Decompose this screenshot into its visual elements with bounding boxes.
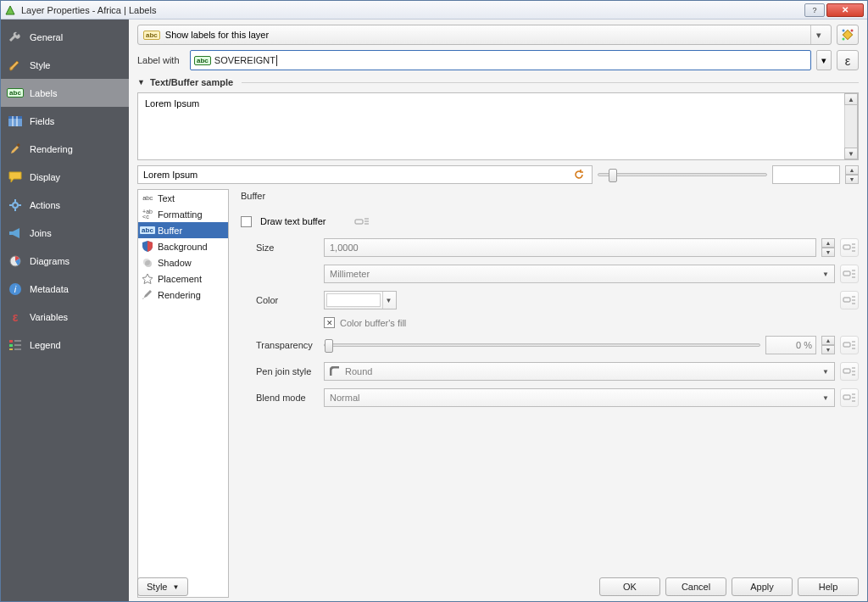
ok-button[interactable]: OK: [599, 577, 660, 596]
subnav-rendering[interactable]: Rendering: [138, 287, 228, 303]
show-labels-dropdown[interactable]: abc Show labels for this layer ▾: [137, 25, 832, 45]
abc-icon: abc: [8, 86, 23, 101]
scrollbar-thumb[interactable]: [844, 105, 858, 148]
size-spinner[interactable]: ▲▼: [821, 238, 835, 257]
buffer-title: Buffer: [241, 191, 859, 201]
size-label: Size: [241, 242, 319, 253]
subnav-background[interactable]: Background: [138, 238, 228, 254]
blend-label: Blend mode: [241, 393, 319, 403]
cancel-button[interactable]: Cancel: [665, 577, 726, 596]
subnav-buffer[interactable]: abcBuffer: [138, 222, 228, 238]
sample-input-value: Lorem Ipsum: [143, 170, 198, 180]
svg-rect-14: [9, 344, 13, 347]
sidebar-item-metadata[interactable]: i Metadata: [1, 275, 129, 303]
section-title: Text/Buffer sample: [150, 77, 233, 87]
sidebar-item-rendering[interactable]: Rendering: [1, 135, 129, 163]
expression-button[interactable]: ε: [837, 50, 859, 70]
size-input[interactable]: 1,0000: [324, 238, 816, 257]
help-button[interactable]: Help: [798, 577, 859, 596]
sidebar-item-label: Legend: [30, 340, 61, 350]
blend-select[interactable]: Normal▼: [324, 388, 835, 407]
svg-rect-13: [9, 340, 13, 343]
sidebar-item-general[interactable]: General: [1, 23, 129, 51]
sidebar-item-legend[interactable]: Legend: [1, 331, 129, 359]
brush-icon: [8, 58, 23, 73]
sidebar-item-label: Metadata: [30, 284, 69, 294]
subnav-formatting[interactable]: +ab<cFormatting: [138, 206, 228, 222]
table-icon: [8, 114, 23, 129]
data-defined-override-button[interactable]: [840, 265, 859, 283]
color-label: Color: [241, 295, 319, 305]
transparency-slider[interactable]: [324, 343, 760, 347]
sidebar-item-display[interactable]: Display: [1, 163, 129, 191]
preview-spinner[interactable]: ▲▼: [845, 165, 859, 184]
round-join-icon: [330, 366, 340, 376]
svg-rect-31: [843, 395, 850, 399]
automated-labeling-button[interactable]: [837, 25, 859, 45]
subnav-shadow[interactable]: Shadow: [138, 254, 228, 270]
sample-text-input[interactable]: Lorem Ipsum: [137, 165, 593, 184]
abc-yellow-icon: abc: [143, 31, 160, 40]
data-defined-override-button[interactable]: [353, 212, 371, 231]
window-help-button[interactable]: ?: [804, 3, 825, 17]
subnav-text[interactable]: abcText: [138, 190, 228, 206]
sidebar-item-label: Actions: [30, 200, 60, 210]
formatting-icon: +ab<c: [142, 209, 153, 220]
svg-rect-29: [843, 343, 850, 347]
draw-buffer-checkbox[interactable]: [241, 216, 252, 227]
paintbrush-icon: [8, 142, 23, 157]
preview-background-swatch[interactable]: [772, 165, 840, 184]
sidebar-item-joins[interactable]: Joins: [1, 219, 129, 247]
transparency-spinner[interactable]: ▲▼: [821, 336, 835, 354]
slider-thumb[interactable]: [325, 339, 333, 353]
label-with-label: Label with: [137, 55, 185, 65]
data-defined-override-button[interactable]: [840, 388, 859, 407]
label-with-field[interactable]: abc SOVEREIGNT: [190, 50, 811, 70]
apply-button[interactable]: Apply: [732, 577, 793, 596]
penjoin-label: Pen join style: [241, 366, 319, 376]
preview-size-slider[interactable]: [598, 173, 767, 176]
penjoin-select[interactable]: Round ▼: [324, 362, 835, 381]
text-icon: abc: [142, 192, 153, 204]
buffer-color-button[interactable]: ▼: [324, 291, 397, 309]
data-defined-override-button[interactable]: [840, 336, 859, 354]
sidebar-item-fields[interactable]: Fields: [1, 107, 129, 135]
data-defined-override-button[interactable]: [840, 238, 859, 257]
data-defined-override-button[interactable]: [840, 291, 859, 309]
sidebar-item-label: Diagrams: [30, 256, 70, 266]
sidebar-item-label: General: [30, 32, 63, 42]
shield-icon: [142, 241, 153, 253]
svg-rect-27: [843, 271, 850, 276]
text-buffer-sample-header[interactable]: ▼ Text/Buffer sample: [137, 77, 859, 87]
sidebar-item-label: Fields: [30, 116, 54, 126]
buffer-panel: Buffer Draw text buffer Size 1,0000 ▲▼ M…: [234, 189, 859, 598]
sidebar-item-diagrams[interactable]: Diagrams: [1, 247, 129, 275]
svg-rect-25: [355, 220, 363, 224]
abc-icon: abc: [194, 56, 211, 65]
label-subsections: abcText +ab<cFormatting abcBuffer Backgr…: [137, 189, 229, 598]
scroll-up-button[interactable]: ▲: [844, 93, 858, 105]
sample-preview-text: Lorem Ipsum: [145, 98, 199, 109]
size-unit-select[interactable]: Millimeter▼: [324, 265, 835, 283]
reset-sample-icon[interactable]: [571, 167, 587, 182]
slider-thumb[interactable]: [609, 169, 617, 182]
sidebar-item-labels[interactable]: abc Labels: [1, 79, 129, 107]
svg-point-21: [851, 30, 854, 32]
transparency-value[interactable]: 0 %: [765, 336, 816, 354]
sidebar-item-actions[interactable]: Actions: [1, 191, 129, 219]
label-with-dropdown-button[interactable]: ▾: [816, 50, 832, 70]
app-icon: [4, 4, 16, 16]
sidebar: General Style abc Labels Fields Renderin…: [1, 20, 129, 602]
sidebar-item-style[interactable]: Style: [1, 51, 129, 79]
data-defined-override-button[interactable]: [840, 362, 859, 381]
subnav-placement[interactable]: Placement: [138, 270, 228, 287]
window-close-button[interactable]: ✕: [826, 3, 864, 17]
svg-point-5: [13, 203, 18, 208]
sidebar-item-variables[interactable]: ε Variables: [1, 303, 129, 331]
sidebar-item-label: Rendering: [30, 144, 73, 154]
triangle-down-icon: ▼: [137, 78, 145, 86]
scroll-down-button[interactable]: ▼: [844, 148, 858, 159]
epsilon-icon: ε: [845, 53, 851, 68]
style-button[interactable]: Style▼: [137, 577, 188, 596]
color-buffer-fill-checkbox[interactable]: [324, 317, 335, 328]
